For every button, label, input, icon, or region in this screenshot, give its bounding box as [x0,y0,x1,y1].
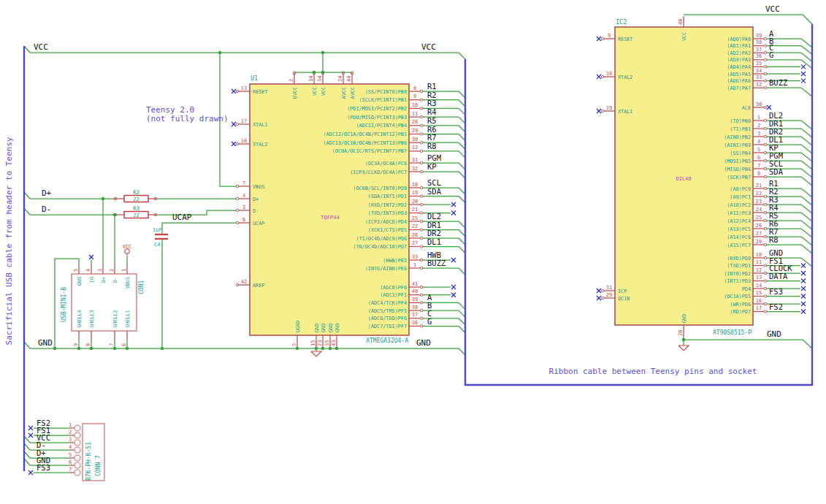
pin-number: 4 [757,139,760,145]
wire [459,221,465,228]
pin-name: XTAL1 [253,122,267,128]
wire [459,302,465,309]
pin-name: OC1B [618,296,630,302]
pin-end [236,142,238,145]
pin-name: (INT1)PD3 [724,278,751,284]
wire [801,129,812,137]
pin-number: 25 [756,215,762,221]
pin-number: 22 [756,191,762,196]
wire [459,188,465,194]
net-label-SDA: SDA [769,167,784,176]
pin-name: (HWB)PE2 [383,258,407,264]
r3-ref: R3 [133,205,139,212]
wire [459,348,465,355]
pin-name: ICP [618,289,627,294]
pin-number: 8 [85,343,91,346]
net-label-GND: GND [767,329,781,339]
vcc-power-flag: VCC [123,244,132,250]
pin-number: 6 [757,155,760,161]
pin-name: AVCC [341,87,347,99]
net-label-R2: R2 [427,91,437,99]
pin-end [236,185,238,187]
conn7-value: B7K-PH-K-S1 [85,442,92,481]
net-label-SCL: SCL [427,178,441,187]
net-label-FS3: FS3 [769,287,783,296]
pin-name: (ADC1)PF1 [380,292,407,298]
wire [801,205,812,213]
wire [803,15,812,24]
wire [459,163,465,169]
wire [459,310,465,317]
pin-name: D+ [101,277,107,283]
pin-name: SHELL4 [77,310,83,328]
pin-name: XTAL1 [618,109,632,115]
pin-number: 16 [241,138,247,144]
pin-name: (INT6/AIN0)PE6 [365,266,407,272]
pin-number: 37 [756,47,762,53]
pin-number: 40 [678,19,684,25]
pin-end [236,90,238,92]
pin-number: 34 [756,68,762,74]
net-label-R8: R8 [427,142,437,150]
pin-number: 2 [109,269,115,272]
pin-name: (ADC12/OC1A/OC4B/PCINT12)PB5 [323,131,407,137]
pin-number: 39 [412,297,418,302]
pin-number: 20 [412,199,418,205]
wire [459,268,465,275]
pin-end [601,37,603,39]
junction-dot [218,51,222,55]
pin-name: AVCC [350,87,356,99]
junction-dot [296,347,299,351]
pin-name: (RXD)PD0 [727,256,751,261]
pin-name: VCC [321,87,326,96]
junction-dot [315,347,318,351]
pin-number: 44 [346,76,352,82]
pin-number: 35 [324,340,330,346]
pin-number: 9 [413,93,416,99]
pin-name: (INT0)PD2 [724,271,751,277]
net-label-FS2: FS2 [769,302,783,311]
wire [459,134,465,141]
net-label-UCAP: UCAP [172,213,192,222]
pin-number: 6 [242,217,245,223]
wire [801,153,812,161]
pin-name: GND [681,314,687,323]
pin-name: (A15)PC7 [727,243,751,248]
pin-name: (SCK)PB7 [727,175,751,180]
wire [801,213,812,221]
pin-number: 24 [337,76,343,82]
pin-name: (T0/OC4D/ADC10)PD7 [353,244,407,250]
pin-name: (A8)PC0 [730,186,751,192]
net-label-PGM: PGM [427,153,441,162]
pin-name: (T1)PB1 [730,126,751,132]
pin-name: D+ [253,196,259,202]
pin-number: 31 [606,285,612,291]
wire [801,221,812,229]
pin-name: (ADC4/TCK)PF4 [368,300,407,306]
wire [801,121,812,129]
r2-ref: R2 [133,189,139,196]
pin-number: 19 [606,105,612,111]
pin-name: XTAL2 [618,75,632,80]
pin-number: 2 [69,429,72,435]
conn7-pad [74,425,80,431]
pin-number: 36 [412,320,418,326]
wire [459,318,465,325]
sidebar-note: Sacrificial USB cable from header to Tee… [4,137,14,345]
pin-number: 10 [412,102,418,108]
net-label-R4: R4 [427,107,437,116]
pin-end [601,110,603,112]
pin-number: 18 [606,71,612,77]
pin-number: 32 [412,166,418,172]
pin-number: 33 [412,254,418,260]
pin-number: 16 [756,298,762,304]
pin-name: VCC [312,87,318,96]
pin-name: (MOSI)PB5 [724,159,751,164]
pin-name: (AD3)PA3 [727,57,751,63]
teensy-note-line2: (not fully drawn) [146,114,229,123]
pin-number: 22 [412,224,418,229]
conn7-pad [74,440,80,446]
pin-number: 33 [756,75,762,80]
pin-number: 8 [413,85,416,91]
pin-number: 37 [412,312,418,318]
